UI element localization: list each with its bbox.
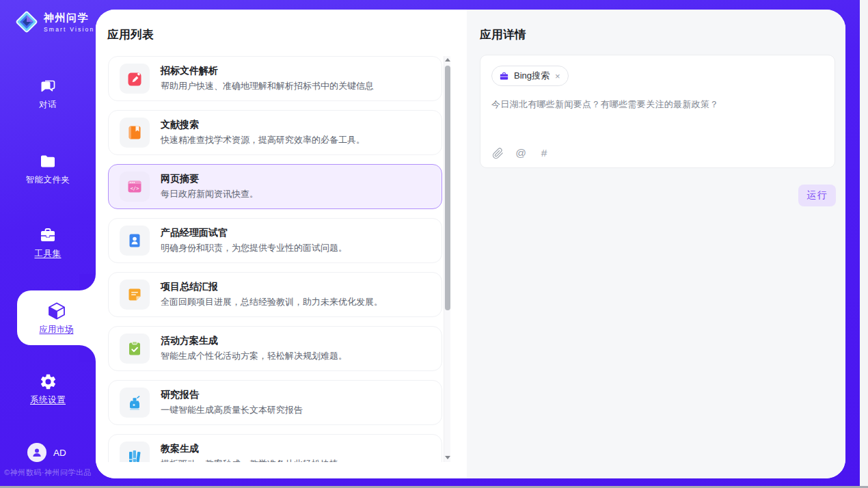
tab-curve-bottom	[79, 345, 96, 362]
list-item-research-report[interactable]: 研究报告 一键智能生成高质量长文本研究报告	[108, 380, 442, 425]
input-toolbar: @ #	[491, 147, 550, 159]
sidebar: 神州问学 Smart Vision 对话 智能文件夹 工	[0, 0, 96, 486]
sidebar-item-settings[interactable]: 系统设置	[0, 372, 96, 406]
app-detail-title: 应用详情	[480, 27, 526, 42]
sidebar-item-label: 对话	[39, 99, 57, 111]
app-description: 一键智能生成高质量长文本研究报告	[161, 404, 303, 416]
brand-subtitle: Smart Vision	[44, 26, 94, 33]
paperclip-icon[interactable]	[491, 147, 504, 159]
research-ink-icon	[126, 394, 144, 411]
chat-icon	[38, 77, 57, 96]
scrollbar-thumb[interactable]	[445, 66, 450, 310]
app-title: 教案生成	[161, 443, 338, 455]
gear-icon	[39, 372, 57, 391]
app-description: 每日政府新闻资讯快查。	[161, 188, 258, 200]
cube-icon	[46, 301, 67, 321]
app-title: 研究报告	[161, 389, 303, 401]
app-list: 招标文件解析 帮助用户快速、准确地理解和解析招标书中的关键信息 文献搜索	[108, 56, 442, 462]
tool-chip-label: Bing搜索	[514, 70, 550, 82]
briefcase-icon	[499, 71, 509, 81]
svg-text:</>: </>	[131, 185, 140, 191]
sidebar-item-label: 智能文件夹	[26, 174, 70, 186]
app-description: 明确身份和职责，为您提供专业性的面试问题。	[161, 242, 347, 254]
tab-curve-top	[79, 274, 96, 290]
lesson-books-icon	[126, 448, 144, 462]
sidebar-item-toolset[interactable]: 工具集	[0, 226, 96, 260]
at-sign-icon[interactable]: @	[515, 147, 527, 159]
app-title: 文献搜索	[161, 119, 365, 131]
sidebar-item-chat[interactable]: 对话	[0, 77, 96, 111]
content-card: 应用列表 招标文件解析 帮助用户快速、准确地理解和解析招标书中的关键信息	[96, 10, 845, 478]
app-title: 网页摘要	[161, 173, 258, 185]
run-button[interactable]: 运行	[798, 185, 836, 206]
list-item-bid-document-analysis[interactable]: 招标文件解析 帮助用户快速、准确地理解和解析招标书中的关键信息	[108, 56, 442, 101]
list-item-webpage-summary[interactable]: </> 网页摘要 每日政府新闻资讯快查。	[108, 164, 442, 209]
app-window: 神州问学 Smart Vision 对话 智能文件夹 工	[0, 0, 860, 486]
note-icon	[126, 286, 144, 303]
avatar-icon	[31, 446, 43, 459]
clipboard-check-icon	[126, 340, 144, 357]
app-detail-panel: 应用详情 Bing搜索 × 今日湖北有哪些新闻要点？有哪些需要关注的最新政策？	[467, 10, 845, 478]
copyright-text: ©神州数码·神州问学出品	[0, 467, 96, 478]
list-item-event-plan-generation[interactable]: 活动方案生成 智能生成个性化活动方案，轻松解决规划难题。	[108, 326, 442, 371]
chip-close-icon[interactable]: ×	[554, 71, 561, 81]
app-title: 产品经理面试官	[161, 227, 347, 239]
scroll-up-arrow-icon[interactable]	[445, 57, 450, 63]
sidebar-item-label: 应用市场	[40, 324, 74, 336]
sidebar-item-app-market[interactable]: 应用市场	[17, 290, 96, 345]
scroll-down-arrow-icon[interactable]	[445, 455, 450, 460]
bid-document-icon	[126, 70, 144, 87]
user-initials: AD	[53, 448, 66, 458]
app-title: 活动方案生成	[161, 335, 347, 347]
sidebar-item-label: 系统设置	[30, 394, 66, 406]
brand-name: 神州问学	[44, 12, 94, 25]
prompt-input[interactable]: 今日湖北有哪些新闻要点？有哪些需要关注的最新政策？	[491, 98, 824, 111]
list-scrollbar[interactable]	[444, 56, 450, 462]
app-description: 全面回顾项目进展，总结经验教训，助力未来优化发展。	[161, 296, 383, 308]
app-description: 智能生成个性化活动方案，轻松解决规划难题。	[161, 350, 347, 362]
user-account[interactable]: AD	[27, 443, 66, 462]
app-title: 项目总结汇报	[161, 281, 383, 293]
app-list-panel: 应用列表 招标文件解析 帮助用户快速、准确地理解和解析招标书中的关键信息	[96, 10, 467, 478]
list-item-literature-search[interactable]: 文献搜索 快速精准查找学术资源，提高研究效率的必备工具。	[108, 110, 442, 155]
app-title: 招标文件解析	[161, 65, 374, 77]
app-description: 模板驱动，教案秒成，教学准备从此轻松快捷	[161, 458, 338, 462]
folder-icon	[38, 152, 57, 171]
list-item-pm-interviewer[interactable]: 产品经理面试官 明确身份和职责，为您提供专业性的面试问题。	[108, 218, 442, 263]
literature-book-icon	[126, 124, 144, 141]
app-description: 帮助用户快速、准确地理解和解析招标书中的关键信息	[161, 80, 374, 92]
diamond-logo-icon	[14, 9, 40, 35]
list-item-project-summary[interactable]: 项目总结汇报 全面回顾项目进展，总结经验教训，助力未来优化发展。	[108, 272, 442, 317]
tool-chip-bing-search[interactable]: Bing搜索 ×	[491, 66, 569, 86]
brand-logo: 神州问学 Smart Vision	[14, 9, 94, 35]
avatar	[27, 443, 46, 462]
hash-icon[interactable]: #	[538, 147, 550, 159]
sidebar-item-label: 工具集	[35, 248, 62, 260]
webpage-code-icon: </>	[126, 178, 144, 195]
list-item-lesson-plan-generation[interactable]: 教案生成 模板驱动，教案秒成，教学准备从此轻松快捷	[108, 434, 442, 462]
app-description: 快速精准查找学术资源，提高研究效率的必备工具。	[161, 134, 365, 146]
prompt-editor[interactable]: Bing搜索 × 今日湖北有哪些新闻要点？有哪些需要关注的最新政策？ @ #	[480, 55, 835, 168]
sidebar-item-smart-folder[interactable]: 智能文件夹	[0, 152, 96, 186]
app-list-title: 应用列表	[107, 27, 154, 42]
interviewer-icon	[126, 232, 144, 249]
toolbox-icon	[38, 226, 57, 245]
